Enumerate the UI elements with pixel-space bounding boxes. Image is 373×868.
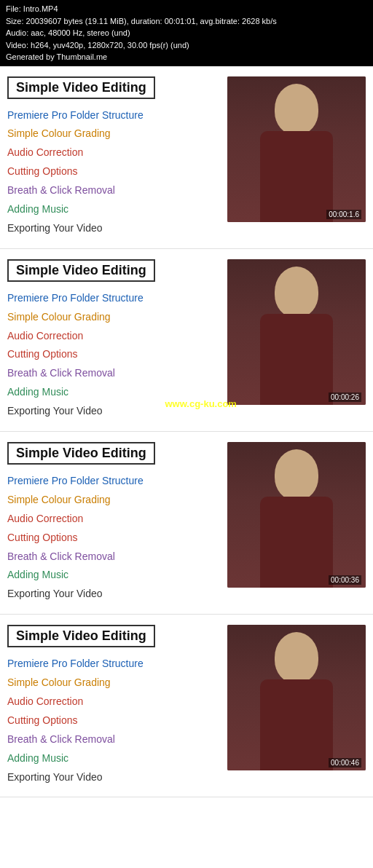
menu-item-3-7: Exporting Your Video (7, 585, 220, 604)
timecode-3: 00:00:36 (329, 575, 361, 585)
menu-item-3-2: Simple Colour Grading (7, 491, 220, 510)
menu-item-3-4: Cutting Options (7, 529, 220, 548)
menu-item-4-2: Simple Colour Grading (7, 674, 220, 693)
menu-item-1-1: Premiere Pro Folder Structure (7, 106, 220, 125)
person-figure-2 (227, 259, 366, 405)
frame-content-2: Simple Video EditingPremiere Pro Folder … (7, 259, 227, 421)
menu-item-1-5: Breath & Click Removal (7, 181, 220, 200)
menu-item-2-4: Cutting Options (7, 345, 220, 364)
file-info-bar: File: Intro.MP4 Size: 20039607 bytes (19… (0, 0, 373, 66)
thumbnail-4: 00:00:46 (227, 625, 366, 770)
frame-content-1: Simple Video EditingPremiere Pro Folder … (7, 76, 227, 238)
menu-item-1-3: Audio Correction (7, 143, 220, 162)
menu-item-2-5: Breath & Click Removal (7, 364, 220, 383)
video-frame-1: Simple Video EditingPremiere Pro Folder … (0, 66, 373, 249)
frame-title-3: Simple Video Editing (7, 442, 155, 465)
video-frame-4: Simple Video EditingPremiere Pro Folder … (0, 615, 373, 797)
frames-container: Simple Video EditingPremiere Pro Folder … (0, 66, 373, 798)
video-frame-3: Simple Video EditingPremiere Pro Folder … (0, 432, 373, 615)
timecode-2: 00:00:26 (329, 392, 361, 402)
thumbnail-2: 00:00:26 (227, 259, 366, 405)
menu-item-2-1: Premiere Pro Folder Structure (7, 289, 220, 308)
person-figure-4 (227, 625, 366, 770)
timecode-1: 00:00:1.6 (326, 210, 361, 219)
menu-item-1-2: Simple Colour Grading (7, 125, 220, 143)
frame-content-4: Simple Video EditingPremiere Pro Folder … (7, 625, 227, 786)
menu-item-2-2: Simple Colour Grading (7, 308, 220, 327)
menu-item-2-7: Exporting Your Video (7, 402, 220, 421)
frame-content-3: Simple Video EditingPremiere Pro Folder … (7, 442, 227, 604)
timecode-4: 00:00:46 (329, 758, 361, 768)
thumbnail-1: 00:00:1.6 (227, 76, 366, 222)
menu-item-3-3: Audio Correction (7, 510, 220, 529)
person-figure-3 (227, 442, 366, 588)
person-figure-1 (227, 76, 366, 222)
video-frame-2: Simple Video EditingPremiere Pro Folder … (0, 249, 373, 432)
menu-item-4-4: Cutting Options (7, 711, 220, 730)
menu-item-4-1: Premiere Pro Folder Structure (7, 655, 220, 674)
file-info-line3: Audio: aac, 48000 Hz, stereo (und) (6, 27, 367, 39)
menu-item-3-1: Premiere Pro Folder Structure (7, 472, 220, 491)
menu-item-3-5: Breath & Click Removal (7, 548, 220, 567)
file-info-line1: File: Intro.MP4 (6, 3, 367, 15)
frame-title-2: Simple Video Editing (7, 259, 155, 282)
menu-item-2-3: Audio Correction (7, 327, 220, 346)
menu-item-4-6: Adding Music (7, 749, 220, 768)
menu-item-4-3: Audio Correction (7, 693, 220, 711)
frame-title-1: Simple Video Editing (7, 76, 155, 99)
file-info-line5: Generated by Thumbnail.me (6, 51, 367, 63)
file-info-line2: Size: 20039607 bytes (19.11 MiB), durati… (6, 15, 367, 28)
menu-item-4-7: Exporting Your Video (7, 768, 220, 787)
menu-item-2-6: Adding Music (7, 383, 220, 402)
thumbnail-3: 00:00:36 (227, 442, 366, 588)
menu-item-4-5: Breath & Click Removal (7, 730, 220, 749)
menu-item-3-6: Adding Music (7, 566, 220, 585)
menu-item-1-6: Adding Music (7, 200, 220, 219)
menu-item-1-7: Exporting Your Video (7, 219, 220, 238)
menu-item-1-4: Cutting Options (7, 162, 220, 181)
file-info-line4: Video: h264, yuv420p, 1280x720, 30.00 fp… (6, 39, 367, 52)
frame-title-4: Simple Video Editing (7, 625, 155, 647)
